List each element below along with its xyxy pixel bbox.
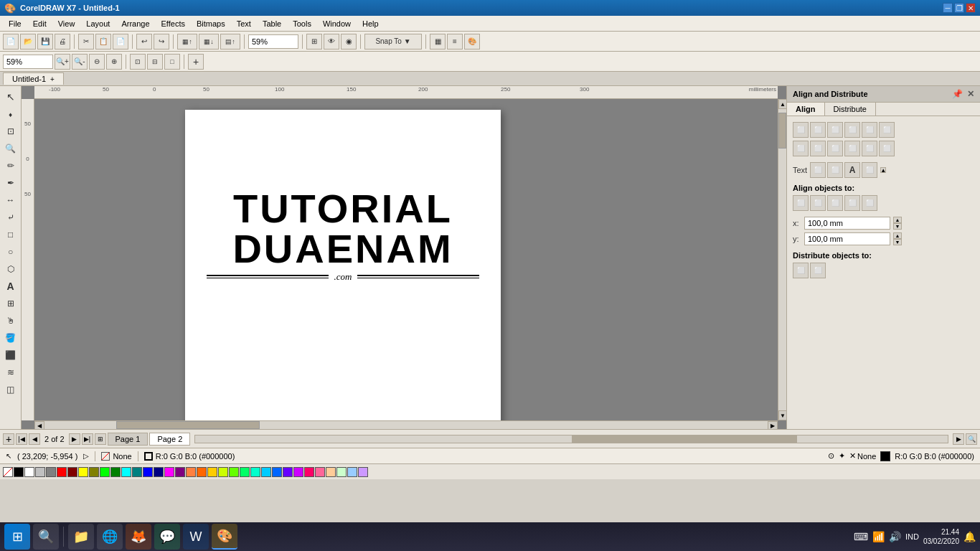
color-swatch-spring[interactable] xyxy=(240,467,250,477)
align-right-button[interactable]: ⬜ xyxy=(827,122,843,138)
color-swatch-lightblue[interactable] xyxy=(347,467,357,477)
export-button[interactable]: ▦↓ xyxy=(199,34,219,50)
align-obj3-button[interactable]: ⬜ xyxy=(827,195,843,211)
display-mode-button[interactable]: ▦ xyxy=(430,34,446,50)
zoom-input[interactable] xyxy=(248,34,298,49)
panel-close-button[interactable]: ✕ xyxy=(967,89,974,99)
firefox-button[interactable]: 🦊 xyxy=(126,524,151,550)
color-swatch-rose[interactable] xyxy=(304,467,314,477)
snap-to-button[interactable]: Snap To ▼ xyxy=(364,34,422,50)
coreldraw-button[interactable]: 🎨 xyxy=(212,524,237,550)
eyedropper-tool[interactable]: 🖱 xyxy=(3,313,19,329)
scroll-thumb[interactable] xyxy=(778,113,786,149)
last-page-button[interactable]: ▶| xyxy=(82,433,93,445)
notification-icon[interactable]: 🔔 xyxy=(963,531,976,542)
smart-draw-tool[interactable]: ✒ xyxy=(3,175,19,191)
menu-effects[interactable]: Effects xyxy=(156,18,191,29)
text-align3-button[interactable]: A xyxy=(844,162,860,178)
color-swatch-olive[interactable] xyxy=(89,467,99,477)
x-spin-down[interactable]: ▼ xyxy=(893,223,902,230)
crop-tool[interactable]: ⊡ xyxy=(3,123,19,139)
blend-tool[interactable]: ≋ xyxy=(3,364,19,380)
file-explorer-button[interactable]: 📁 xyxy=(68,524,94,550)
zoom-out-button[interactable]: 🔍- xyxy=(72,54,88,70)
start-button[interactable]: ⊞ xyxy=(4,524,30,550)
scroll-up-button[interactable]: ▲ xyxy=(778,99,786,109)
color-swatch-dodger[interactable] xyxy=(272,467,282,477)
align-bottom-button[interactable]: ⬜ xyxy=(879,122,895,138)
select-tool[interactable]: ↖ xyxy=(3,89,19,105)
menu-file[interactable]: File xyxy=(3,18,27,29)
align-center-h-button[interactable]: ⬜ xyxy=(810,122,826,138)
zoom-all-button[interactable]: ⊟ xyxy=(147,54,163,70)
menu-view[interactable]: View xyxy=(52,18,81,29)
page2-tab[interactable]: Page 2 xyxy=(149,433,190,446)
scroll-down-button[interactable]: ▼ xyxy=(778,410,786,420)
align-center-v-button[interactable]: ⬜ xyxy=(862,122,877,138)
color-swatch-blue[interactable] xyxy=(143,467,153,477)
scroll-left-button[interactable]: ◀ xyxy=(34,421,44,429)
text-align2-button[interactable]: ⬜ xyxy=(827,162,843,178)
menu-tools[interactable]: Tools xyxy=(287,18,317,29)
menu-layout[interactable]: Layout xyxy=(80,18,116,29)
panel-pin-button[interactable]: 📌 xyxy=(952,89,963,99)
hscroll-thumb[interactable] xyxy=(116,421,260,429)
text-tool[interactable]: A xyxy=(3,278,19,294)
search-button[interactable]: 🔍 xyxy=(33,524,59,550)
undo-button[interactable]: ↩ xyxy=(136,34,152,50)
color-swatch-navy[interactable] xyxy=(154,467,164,477)
import-button[interactable]: ▦↑ xyxy=(177,34,197,50)
print-button[interactable]: 🖨 xyxy=(55,34,70,50)
interactive-tool[interactable]: ⬛ xyxy=(3,347,19,363)
zoom-tool[interactable]: 🔍 xyxy=(3,141,19,156)
align-obj4-button[interactable]: ⬜ xyxy=(844,195,860,211)
panel-collapse-button[interactable]: ▲ xyxy=(880,167,886,173)
zoom-percent-input[interactable] xyxy=(3,55,53,69)
color-swatch-peach[interactable] xyxy=(326,467,336,477)
menu-edit[interactable]: Edit xyxy=(27,18,52,29)
zoom-fit-page-button[interactable]: 🔍 xyxy=(966,433,977,445)
close-button[interactable]: ✕ xyxy=(966,3,976,13)
distribute-tab[interactable]: Distribute xyxy=(825,103,876,116)
distribute2-button[interactable]: ⬜ xyxy=(810,263,826,278)
freehand-tool[interactable]: ✏ xyxy=(3,158,19,174)
copy-button[interactable]: 📋 xyxy=(95,34,111,50)
align-cv2-button[interactable]: ⬜ xyxy=(862,141,877,156)
color-swatch-red[interactable] xyxy=(57,467,67,477)
color-swatch-silver[interactable] xyxy=(35,467,45,477)
no-fill-swatch[interactable] xyxy=(3,467,13,477)
align-l2-button[interactable]: ⬜ xyxy=(793,141,809,156)
align-obj1-button[interactable]: ⬜ xyxy=(793,195,809,211)
page-view-button[interactable]: ⊞ xyxy=(95,433,106,445)
align-obj2-button[interactable]: ⬜ xyxy=(810,195,826,211)
polygon-tool[interactable]: ⬡ xyxy=(3,261,19,277)
table-tool[interactable]: ⊞ xyxy=(3,296,19,311)
x-spin-up[interactable]: ▲ xyxy=(893,217,902,223)
color-swatch-skyblue[interactable] xyxy=(261,467,271,477)
text-align1-button[interactable]: ⬜ xyxy=(810,162,826,178)
fill-tool[interactable]: 🪣 xyxy=(3,330,19,346)
next-page-button[interactable]: ▶ xyxy=(69,433,80,445)
zoom-prev-button[interactable]: ⊖ xyxy=(89,54,105,70)
align-r2-button[interactable]: ⬜ xyxy=(827,141,843,156)
add-zoom-button[interactable]: + xyxy=(188,54,204,70)
rect-tool[interactable]: □ xyxy=(3,227,19,242)
align-t2-button[interactable]: ⬜ xyxy=(844,141,860,156)
add-tab-button[interactable]: + xyxy=(50,75,55,83)
connector-tool[interactable]: ⤶ xyxy=(3,209,19,225)
color-swatch-orange2[interactable] xyxy=(197,467,207,477)
align-button[interactable]: ≡ xyxy=(447,34,463,50)
y-spin-up[interactable]: ▲ xyxy=(893,232,902,239)
color-swatch-orange1[interactable] xyxy=(186,467,196,477)
color-swatch-teal[interactable] xyxy=(132,467,142,477)
view-mode-button[interactable]: 👁 xyxy=(324,34,339,50)
color-swatch-purple[interactable] xyxy=(175,467,185,477)
align-left-button[interactable]: ⬜ xyxy=(793,122,809,138)
color-swatch-lavender[interactable] xyxy=(358,467,368,477)
scroll-right-button[interactable]: ▶ xyxy=(768,421,778,429)
document-tab[interactable]: Untitled-1 + xyxy=(3,72,64,85)
publish-button[interactable]: ▤↑ xyxy=(220,34,240,50)
word-button[interactable]: W xyxy=(183,524,209,550)
y-input[interactable] xyxy=(804,232,890,245)
color-swatch-pink[interactable] xyxy=(315,467,325,477)
